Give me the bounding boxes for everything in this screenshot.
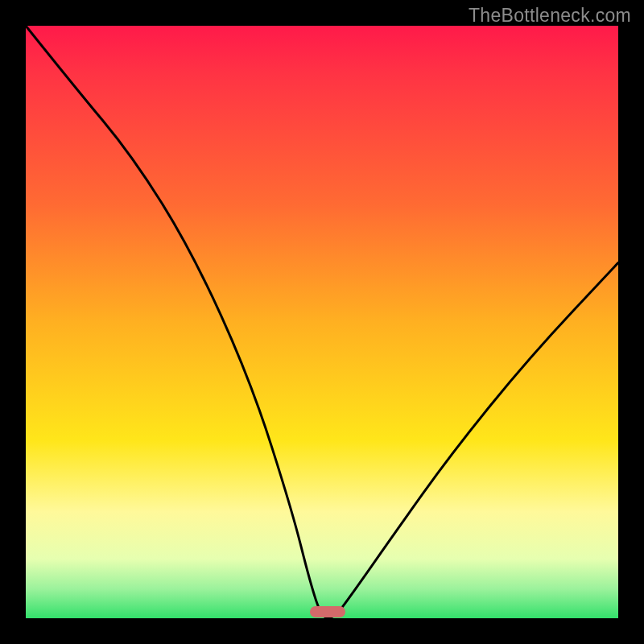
chart-stage: TheBottleneck.com (0, 0, 644, 644)
bottleneck-curve (26, 26, 618, 618)
watermark-text: TheBottleneck.com (469, 5, 631, 27)
curve-path (26, 26, 618, 618)
plot-area (26, 26, 618, 618)
optimal-zone-marker (310, 606, 345, 617)
